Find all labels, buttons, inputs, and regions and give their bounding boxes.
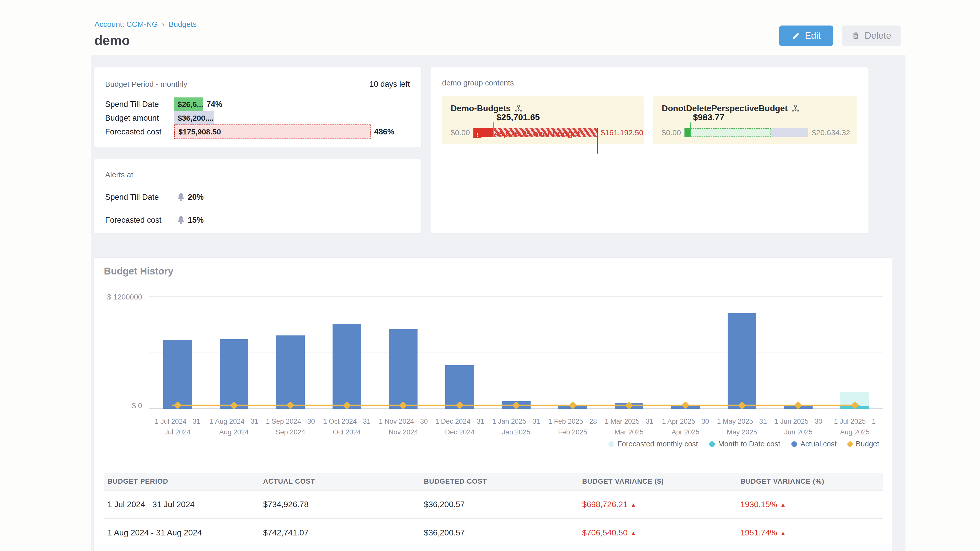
legend-marker-icon <box>608 441 614 447</box>
budget-history-title: Budget History <box>104 266 882 278</box>
legend-item[interactable]: Budget <box>848 440 879 448</box>
x-axis-tick-label: 1 Mar 2025 - 31 Mar 2025 <box>601 416 657 438</box>
chart-column[interactable] <box>262 297 318 409</box>
x-axis-tick-label: 1 Oct 2024 - 31 Oct 2024 <box>318 416 375 438</box>
table-row[interactable]: 1 Jul 2024 - 31 Jul 2024$734,926.78$36,2… <box>104 490 883 519</box>
chart-column[interactable] <box>714 297 770 409</box>
variance-cell: 1930.15%▲ <box>737 490 883 519</box>
table-header: ACTUAL COST <box>259 473 420 490</box>
chart-column[interactable] <box>375 297 431 409</box>
table-cell: 1 Jul 2024 - 31 Jul 2024 <box>104 490 259 519</box>
actual-cost-bar[interactable] <box>276 335 305 409</box>
increase-icon: ▲ <box>631 530 636 536</box>
table-header: BUDGET VARIANCE ($) <box>579 473 737 490</box>
budget-name: DonotDeletePerspectiveBudget <box>662 103 788 113</box>
table-header: BUDGET VARIANCE (%) <box>737 473 883 490</box>
table-cell: $36,200.57 <box>420 519 579 547</box>
edit-button[interactable]: Edit <box>779 25 833 46</box>
legend-label: Forecasted monthly cost <box>617 440 698 448</box>
forecasted-cost-label: Forecasted cost <box>105 127 174 137</box>
over-budget-warning: $145,626.25 over budget <box>473 129 580 138</box>
budget-card-demo-budgets[interactable]: Demo-Budgets $0.00 <box>442 97 644 144</box>
chart-column[interactable] <box>206 297 262 409</box>
budget-name: Demo-Budgets <box>451 103 511 113</box>
budget-history-chart: $ 1200000 $ 0 1 Jul 2024 - 31 Jul 20241 … <box>104 278 882 473</box>
breadcrumb-budgets-link[interactable]: Budgets <box>169 20 197 29</box>
x-axis-tick-label: 1 Nov 2024 - 30 Nov 2024 <box>375 416 431 438</box>
x-axis-tick-label: 1 Sep 2024 - 30 Sep 2024 <box>262 416 318 438</box>
bell-icon <box>177 215 185 225</box>
actual-cost-bar[interactable] <box>728 313 756 409</box>
chart-column[interactable] <box>770 297 827 409</box>
delete-button-label: Delete <box>865 30 891 41</box>
delete-button[interactable]: Delete <box>842 25 901 46</box>
chart-legend: Forecasted monthly costMonth to Date cos… <box>608 440 879 448</box>
chart-plot-area <box>149 297 883 409</box>
table-cell: 1 Aug 2024 - 31 Aug 2024 <box>104 519 259 547</box>
legend-item[interactable]: Forecasted monthly cost <box>608 440 698 448</box>
budget-min-value: $0.00 <box>451 128 470 137</box>
forecasted-cost-percent: 486% <box>374 127 394 137</box>
alert-row-forecast: Forecasted cost 15% <box>105 215 410 225</box>
table-row[interactable]: 1 Aug 2024 - 31 Aug 2024$742,741.07$36,2… <box>104 519 883 547</box>
variance-cell: $698,726.21▲ <box>579 490 737 519</box>
x-axis-tick-label: 1 Jul 2025 - 1 Aug 2025 <box>827 416 883 438</box>
bell-icon <box>177 192 185 202</box>
hierarchy-icon <box>515 105 522 112</box>
variance-cell: $706,540.50▲ <box>579 519 737 547</box>
budget-min-value: $0.00 <box>662 128 681 137</box>
alert-forecast-value: 15% <box>188 216 204 225</box>
y-axis-max-label: $ 1200000 <box>104 293 142 301</box>
variance-cell: 1951.74%▲ <box>737 519 883 547</box>
budget-history-card: Budget History $ 1200000 $ 0 1 Jul 2024 … <box>93 257 892 551</box>
budget-history-table: BUDGET PERIODACTUAL COSTBUDGETED COSTBUD… <box>104 473 883 547</box>
actual-cost-bar[interactable] <box>163 340 192 409</box>
alert-forecast-label: Forecasted cost <box>105 216 177 225</box>
x-axis-tick-label: 1 Jul 2024 - 31 Jul 2024 <box>149 416 206 438</box>
actual-cost-bar[interactable] <box>332 324 361 409</box>
spend-till-date-bar: $26,6... <box>174 97 203 111</box>
pencil-icon <box>792 32 800 40</box>
spend-till-date-percent: 74% <box>207 100 222 109</box>
legend-item[interactable]: Month to Date cost <box>709 440 780 448</box>
forecasted-cost-bar: $175,908.50 <box>174 124 371 139</box>
spend-marker <box>690 122 691 137</box>
actual-cost-bar[interactable] <box>220 339 248 409</box>
table-cell: $742,741.07 <box>259 519 420 547</box>
x-axis-tick-label: 1 Apr 2025 - 30 Apr 2025 <box>657 416 714 438</box>
budget-card-donotdelete[interactable]: DonotDeletePerspectiveBudget $0.00 <box>653 97 857 144</box>
increase-icon: ▲ <box>780 502 786 508</box>
spend-till-date-label: Spend Till Date <box>105 100 174 109</box>
days-left-label: 10 days left <box>369 79 410 89</box>
legend-label: Month to Date cost <box>718 440 780 448</box>
legend-item[interactable]: Actual cost <box>791 440 837 448</box>
chart-column[interactable] <box>601 297 657 409</box>
group-card-title: demo group contents <box>442 79 857 87</box>
chart-column[interactable] <box>544 297 601 409</box>
budget-amount-row: Budget amount $36,200.... <box>105 111 410 125</box>
table-cell: $36,200.57 <box>420 490 579 519</box>
chart-column[interactable] <box>149 297 206 409</box>
breadcrumb: Account: CCM-NG › Budgets <box>94 20 197 29</box>
chart-column[interactable] <box>431 297 488 409</box>
budget-usage-bar: $983.77 <box>684 128 808 137</box>
chart-column[interactable] <box>318 297 375 409</box>
edit-button-label: Edit <box>805 30 821 41</box>
x-axis-tick-label: 1 Jun 2025 - 30 Jun 2025 <box>770 416 827 438</box>
y-axis-zero-label: $ 0 <box>104 402 142 410</box>
budget-period-card-title: Budget Period - monthly <box>105 80 187 89</box>
chart-column[interactable] <box>827 297 883 409</box>
budget-max-value: $161,192.50 <box>601 128 643 137</box>
legend-label: Actual cost <box>800 440 837 448</box>
breadcrumb-account-link[interactable]: Account: CCM-NG <box>94 20 158 29</box>
chart-column[interactable] <box>657 297 714 409</box>
table-header: BUDGETED COST <box>420 473 579 490</box>
x-axis-tick-label: 1 Feb 2025 - 28 Feb 2025 <box>544 416 601 438</box>
actual-cost-bar[interactable] <box>389 329 417 409</box>
spend-till-date-row: Spend Till Date $26,6... 74% <box>105 97 410 111</box>
chart-column[interactable] <box>488 297 544 409</box>
budget-spend-value: $983.77 <box>693 112 724 122</box>
forecasted-cost-row: Forecasted cost $175,908.50 486% <box>105 125 410 139</box>
budget-period-card: Budget Period - monthly 10 days left Spe… <box>93 67 422 148</box>
x-axis-tick-label: 1 May 2025 - 31 May 2025 <box>714 416 770 438</box>
